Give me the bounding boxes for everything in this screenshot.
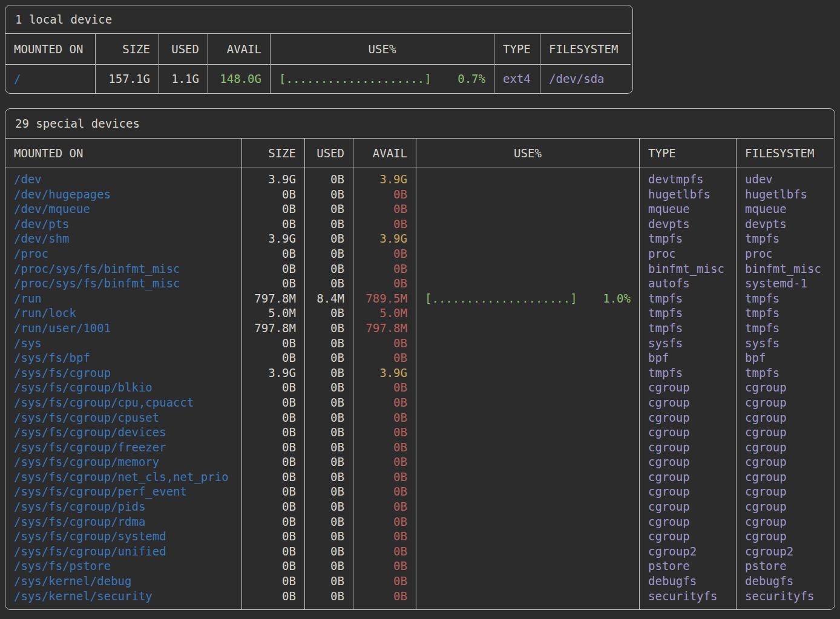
- filesystem-cell: cgroup: [737, 425, 833, 440]
- size-cell: 0B: [242, 246, 304, 261]
- size-cell: 0B: [242, 499, 304, 514]
- type-cell: cgroup: [640, 410, 736, 425]
- size-cell: 0B: [242, 380, 304, 395]
- use-cell: [416, 365, 639, 381]
- size-cell: 0B: [242, 201, 304, 217]
- column-filesystem: /dev/sda: [540, 65, 631, 93]
- type-cell: mqueue: [640, 201, 736, 217]
- size-cell: 0B: [242, 350, 304, 365]
- avail-cell: 0B: [353, 544, 416, 559]
- used-cell: 0B: [305, 187, 353, 202]
- type-cell: bpf: [640, 350, 736, 365]
- mounted-cell: /sys/fs/cgroup/perf_event: [5, 484, 241, 499]
- avail-cell: 0B: [353, 425, 416, 440]
- use-cell: [416, 574, 639, 589]
- column-type: ext4: [494, 65, 540, 93]
- size-cell: 0B: [242, 470, 304, 485]
- used-cell: 0B: [305, 365, 353, 381]
- column-type: devtmpfshugetlbfsmqueuedevptstmpfsprocbi…: [639, 168, 736, 609]
- used-cell: 0B: [305, 380, 353, 395]
- filesystem-cell: cgroup2: [737, 544, 833, 559]
- use-cell: [416, 380, 639, 395]
- used-cell: 0B: [305, 454, 353, 470]
- filesystem-cell: cgroup: [737, 499, 833, 514]
- column-use-pct: [....................]0.7%: [270, 65, 494, 93]
- used-cell: 0B: [305, 574, 353, 589]
- mounted-cell: /sys/fs/cgroup/memory: [5, 454, 241, 470]
- avail-cell: 0B: [353, 187, 416, 202]
- avail-cell: 0B: [353, 350, 416, 365]
- filesystem-cell: /dev/sda: [540, 65, 631, 93]
- size-cell: 0B: [242, 544, 304, 559]
- size-cell: 0B: [242, 558, 304, 574]
- filesystem-cell: cgroup: [737, 514, 833, 529]
- mounted-cell: /sys/fs/cgroup/pids: [5, 499, 241, 514]
- mounted-cell: /proc/sys/fs/binfmt_misc: [5, 276, 241, 291]
- used-cell: 0B: [305, 484, 353, 499]
- type-cell: cgroup: [640, 440, 736, 455]
- mounted-cell: /sys/fs/cgroup/freezer: [5, 440, 241, 455]
- column-use-pct: [....................]1.0%: [416, 168, 639, 609]
- avail-cell: 0B: [353, 499, 416, 514]
- used-cell: 0B: [305, 544, 353, 559]
- mounted-cell: /sys: [5, 336, 241, 351]
- header-size: SIZE: [95, 34, 159, 65]
- mounted-cell: /proc: [5, 246, 241, 261]
- used-cell: 0B: [305, 410, 353, 425]
- avail-cell: 0B: [353, 276, 416, 291]
- type-cell: tmpfs: [640, 291, 736, 306]
- usage-percent: 0.7%: [458, 65, 485, 93]
- avail-cell: 0B: [353, 514, 416, 529]
- avail-cell: 0B: [353, 529, 416, 544]
- mounted-cell: /sys/fs/cgroup/rdma: [5, 514, 241, 529]
- mounted-cell: /proc/sys/fs/binfmt_misc: [5, 261, 241, 277]
- used-cell: 0B: [305, 201, 353, 217]
- used-cell: 0B: [305, 321, 353, 336]
- header-avail: AVAIL: [208, 34, 270, 65]
- used-cell: 0B: [305, 529, 353, 544]
- use-cell: [416, 470, 639, 485]
- used-cell: 0B: [305, 276, 353, 291]
- mounted-cell: /sys/fs/cgroup: [5, 365, 241, 381]
- filesystem-cell: sysfs: [737, 336, 833, 351]
- avail-cell: 789.5M: [353, 291, 416, 306]
- size-cell: 0B: [242, 589, 304, 604]
- use-cell: [416, 558, 639, 574]
- mounted-cell: /run/user/1001: [5, 321, 241, 336]
- special-devices-table: 29 special devices MOUNTED ON SIZE USED …: [5, 108, 835, 610]
- header-filesystem: FILESYSTEM: [540, 34, 631, 65]
- column-size: 3.9G0B0B0B3.9G0B0B0B797.8M5.0M797.8M0B0B…: [241, 168, 304, 609]
- type-cell: cgroup: [640, 470, 736, 485]
- mounted-cell: /dev: [5, 172, 241, 187]
- use-cell: [416, 187, 639, 202]
- type-cell: cgroup2: [640, 544, 736, 559]
- mounted-cell: /run: [5, 291, 241, 306]
- used-cell: 0B: [305, 261, 353, 277]
- avail-cell: 0B: [353, 470, 416, 485]
- filesystem-cell: cgroup: [737, 470, 833, 485]
- size-cell: 797.8M: [242, 291, 304, 306]
- filesystem-cell: bpf: [737, 350, 833, 365]
- type-cell: tmpfs: [640, 231, 736, 246]
- header-mounted-on: MOUNTED ON: [5, 34, 95, 65]
- use-cell: [416, 321, 639, 336]
- mounted-cell: /sys/fs/cgroup/devices: [5, 425, 241, 440]
- size-cell: 0B: [242, 484, 304, 499]
- type-cell: hugetlbfs: [640, 187, 736, 202]
- filesystem-cell: cgroup: [737, 395, 833, 410]
- use-cell: [416, 336, 639, 351]
- header-use-pct: USE%: [270, 34, 494, 65]
- filesystem-cell: udev: [737, 172, 833, 187]
- use-cell: [416, 276, 639, 291]
- mounted-cell: /sys/kernel/security: [5, 589, 241, 604]
- avail-cell: 3.9G: [353, 172, 416, 187]
- filesystem-cell: cgroup: [737, 380, 833, 395]
- mounted-cell: /dev/mqueue: [5, 201, 241, 217]
- local-table-title: 1 local device: [5, 5, 631, 34]
- column-used: 1.1G: [159, 65, 208, 93]
- used-cell: 0B: [305, 440, 353, 455]
- avail-cell: 0B: [353, 336, 416, 351]
- column-size: 157.1G: [95, 65, 159, 93]
- used-cell: 0B: [305, 246, 353, 261]
- mounted-cell: /sys/fs/cgroup/net_cls,net_prio: [5, 470, 241, 485]
